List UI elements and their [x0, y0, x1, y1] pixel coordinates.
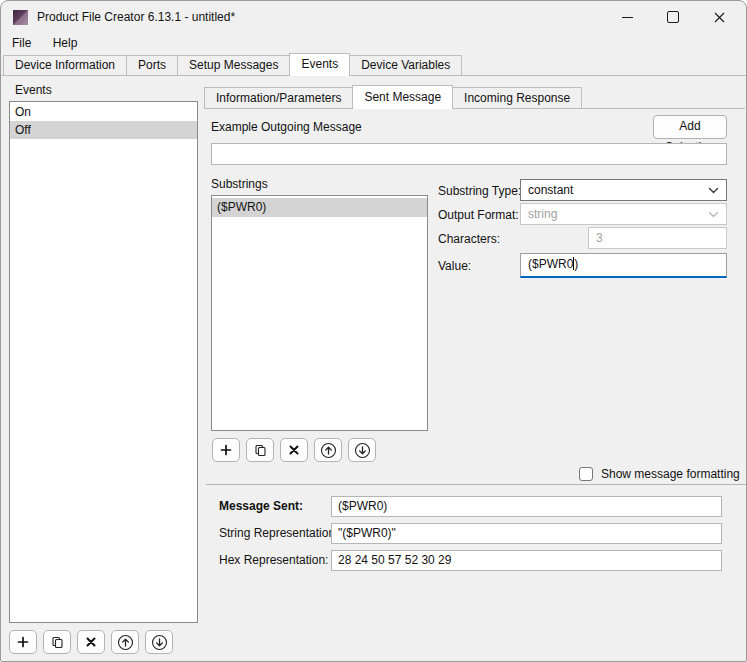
characters-field[interactable]: 3 — [588, 227, 727, 249]
events-move-up-button[interactable] — [111, 630, 139, 654]
show-message-formatting-checkbox[interactable] — [579, 467, 593, 481]
tab-ports[interactable]: Ports — [126, 55, 178, 75]
tab-events[interactable]: Events — [289, 53, 350, 76]
duplicate-icon — [253, 443, 268, 458]
events-add-button[interactable] — [9, 630, 37, 654]
substring-delete-button[interactable] — [280, 438, 308, 462]
minimize-icon — [622, 17, 633, 18]
value-text: ($PWR0 — [528, 257, 573, 271]
tab-device-variables[interactable]: Device Variables — [349, 55, 462, 75]
substrings-listbox[interactable]: ($PWR0) — [211, 195, 428, 431]
events-move-down-button[interactable] — [145, 630, 173, 654]
close-button[interactable] — [696, 1, 742, 33]
window-title: Product File Creator 6.13.1 - untitled* — [37, 1, 235, 33]
move-down-icon — [151, 634, 168, 651]
value-field[interactable]: ($PWR0) — [520, 253, 727, 278]
tab-setup-messages[interactable]: Setup Messages — [177, 55, 290, 75]
substring-add-button[interactable] — [212, 438, 240, 462]
output-format-label: Output Format: — [438, 208, 519, 222]
substring-item[interactable]: ($PWR0) — [212, 198, 427, 217]
message-sent-field[interactable]: ($PWR0) — [331, 496, 722, 517]
message-sent-label: Message Sent: — [219, 499, 303, 513]
tab-incoming-response[interactable]: Incoming Response — [452, 87, 582, 108]
menu-bar: File Help — [3, 33, 86, 54]
tab-sent-message[interactable]: Sent Message — [352, 85, 453, 109]
duplicate-icon — [50, 635, 65, 650]
substring-type-value: constant — [528, 183, 573, 197]
maximize-button[interactable] — [650, 1, 696, 33]
main-tab-bar: Device Information Ports Setup Messages … — [1, 54, 746, 76]
delete-icon — [288, 444, 300, 456]
events-duplicate-button[interactable] — [43, 630, 71, 654]
maximize-icon — [667, 11, 679, 23]
title-bar[interactable]: Product File Creator 6.13.1 - untitled* — [1, 1, 746, 33]
message-tab-bar: Information/Parameters Sent Message Inco… — [204, 85, 745, 109]
substrings-label: Substrings — [211, 177, 268, 191]
list-item-off[interactable]: Off — [10, 121, 197, 139]
example-outgoing-message-label: Example Outgoing Message — [211, 120, 362, 134]
output-format-value: string — [528, 207, 557, 221]
app-icon — [13, 10, 28, 25]
substring-move-up-button[interactable] — [314, 438, 342, 462]
close-icon — [713, 11, 726, 24]
events-toolbar — [9, 630, 173, 654]
substring-duplicate-button[interactable] — [246, 438, 274, 462]
substring-type-label: Substring Type: — [438, 184, 521, 198]
results-separator — [206, 484, 746, 485]
value-label: Value: — [438, 259, 471, 273]
hex-representation-label: Hex Representation: — [219, 553, 328, 567]
events-list-label: Events — [15, 83, 52, 97]
characters-label: Characters: — [438, 232, 500, 246]
menu-help[interactable]: Help — [44, 33, 87, 53]
string-representation-field[interactable]: "($PWR0)" — [331, 523, 722, 544]
string-representation-label: String Representation: — [219, 526, 338, 540]
substrings-toolbar — [212, 438, 376, 462]
value-text-after: ) — [574, 257, 578, 271]
menu-file[interactable]: File — [3, 33, 40, 53]
substring-type-select[interactable]: constant — [520, 179, 727, 201]
events-delete-button[interactable] — [77, 630, 105, 654]
minimize-button[interactable] — [604, 1, 650, 33]
example-outgoing-message-field[interactable] — [211, 143, 727, 165]
hex-representation-field[interactable]: 28 24 50 57 52 30 29 — [331, 550, 722, 571]
show-message-formatting-label[interactable]: Show message formatting — [601, 467, 740, 482]
tab-device-information[interactable]: Device Information — [3, 55, 127, 75]
app-window: Product File Creator 6.13.1 - untitled* … — [0, 0, 747, 662]
window-controls — [604, 1, 742, 33]
move-up-icon — [117, 634, 134, 651]
events-listbox[interactable]: On Off — [9, 101, 198, 623]
list-item-on[interactable]: On — [10, 103, 197, 121]
move-up-icon — [320, 442, 337, 459]
add-icon — [219, 443, 233, 457]
substring-move-down-button[interactable] — [348, 438, 376, 462]
chevron-down-icon — [708, 187, 719, 194]
move-down-icon — [354, 442, 371, 459]
add-selection-button[interactable]: Add Selection — [653, 115, 727, 139]
chevron-down-icon — [708, 211, 719, 218]
output-format-select[interactable]: string — [520, 203, 727, 225]
tab-information-parameters[interactable]: Information/Parameters — [204, 87, 353, 108]
add-icon — [16, 635, 30, 649]
delete-icon — [85, 636, 97, 648]
